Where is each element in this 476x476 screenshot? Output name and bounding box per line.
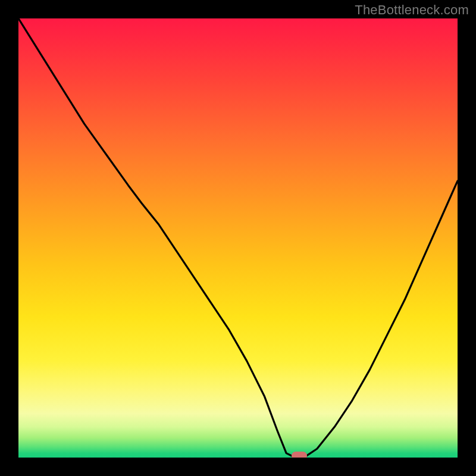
bottleneck-curve (18, 18, 458, 458)
chart-frame: TheBottleneck.com (0, 0, 476, 476)
curve-path (18, 18, 458, 458)
optimum-marker (292, 452, 307, 458)
watermark-text: TheBottleneck.com (355, 2, 469, 18)
plot-area (18, 18, 458, 458)
